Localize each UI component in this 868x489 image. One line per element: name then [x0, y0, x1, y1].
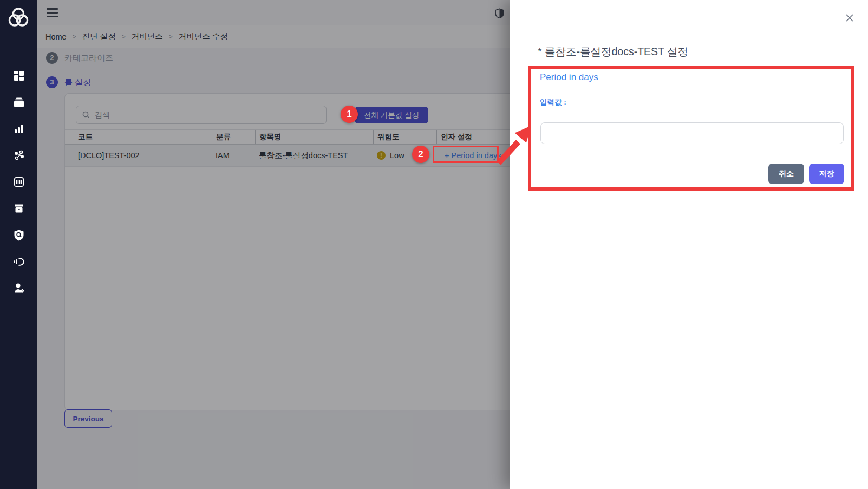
sidebar-item-user-settings[interactable]: [12, 282, 25, 294]
trinity-knot-logo[interactable]: [5, 4, 32, 31]
save-button[interactable]: 저장: [809, 164, 844, 184]
input-value-label: 입력값 :: [540, 97, 566, 107]
sidebar-item-barcode[interactable]: [12, 176, 25, 188]
dashboard-icon: [13, 70, 25, 82]
param-settings-panel: * 룰참조-룰설정docs-TEST 설정 Period in days 입력값…: [510, 0, 868, 489]
sidebar-item-drawer[interactable]: [12, 96, 25, 108]
annotation-badge-1: 1: [341, 106, 358, 123]
shield-search-icon: [13, 229, 25, 241]
param-section-title: Period in days: [540, 72, 598, 83]
sidebar-item-dashboard[interactable]: [12, 70, 25, 82]
sound-wave-icon: [13, 256, 25, 268]
bar-chart-icon: [13, 123, 25, 135]
drawer-icon: [13, 96, 25, 108]
cluster-icon: [13, 149, 25, 161]
param-value-input[interactable]: [540, 122, 844, 144]
modal-dim-overlay[interactable]: [37, 0, 510, 489]
sidebar-item-archive[interactable]: [12, 203, 25, 214]
sidebar-item-cluster[interactable]: [12, 149, 25, 161]
sidebar-nav: [0, 70, 37, 294]
close-button[interactable]: [843, 11, 857, 25]
close-icon: [845, 14, 854, 22]
user-gear-icon: [13, 282, 25, 294]
panel-title: * 룰참조-룰설정docs-TEST 설정: [538, 44, 688, 59]
annotation-badge-2: 2: [412, 146, 429, 163]
archive-icon: [13, 203, 25, 214]
sidebar-item-reports[interactable]: [12, 123, 25, 135]
sidebar-item-security-scan[interactable]: [12, 229, 25, 241]
annotation-highlight-link-box: [433, 146, 499, 163]
cancel-button[interactable]: 취소: [768, 164, 804, 184]
sidebar: [0, 0, 37, 489]
barcode-icon: [13, 176, 25, 188]
sidebar-item-audit[interactable]: [12, 256, 25, 268]
app-window: Home > 진단 설정 > 거버넌스 > 거버넌스 수정 2 카테고라이즈 3…: [0, 0, 868, 489]
